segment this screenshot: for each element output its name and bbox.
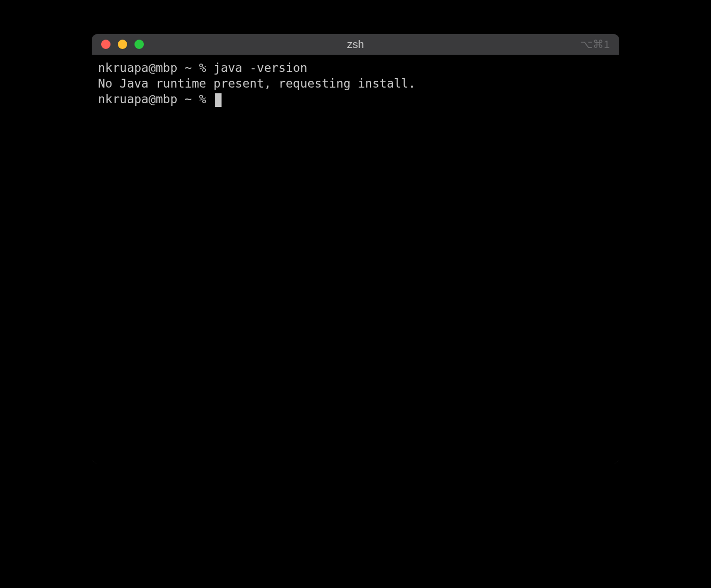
output: No Java runtime present, requesting inst… [98,77,415,90]
terminal-line: nkruapa@mbp ~ % java -version [98,60,613,76]
traffic-lights [92,40,144,49]
terminal-body[interactable]: nkruapa@mbp ~ % java -versionNo Java run… [92,55,619,463]
command: java -version [214,61,308,75]
prompt: nkruapa@mbp ~ % [98,92,214,106]
titlebar: zsh ⌥⌘1 [92,34,619,55]
cursor [215,93,222,107]
minimize-button[interactable] [118,40,127,49]
window-shortcut-hint: ⌥⌘1 [580,38,610,51]
close-button[interactable] [101,40,111,49]
maximize-button[interactable] [134,40,144,49]
terminal-line: No Java runtime present, requesting inst… [98,76,613,91]
prompt: nkruapa@mbp ~ % [98,61,214,75]
terminal-window: zsh ⌥⌘1 nkruapa@mbp ~ % java -versionNo … [92,34,619,463]
window-title: zsh [92,38,619,51]
terminal-line: nkruapa@mbp ~ % [98,91,613,107]
